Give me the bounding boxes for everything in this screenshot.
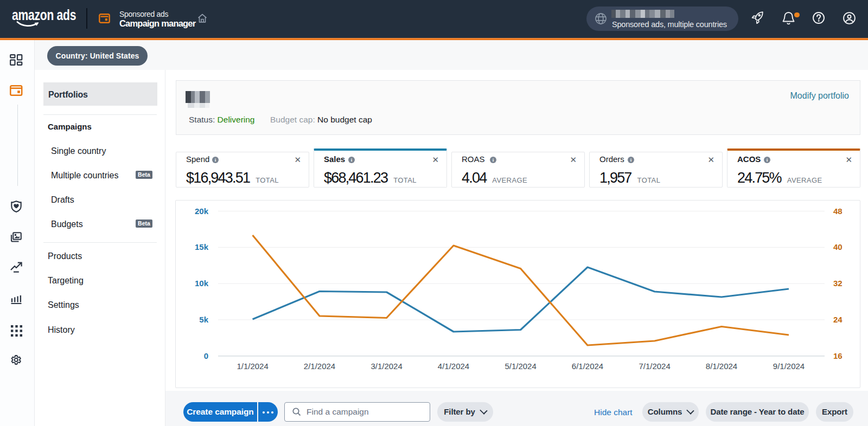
svg-text:20k: 20k <box>195 206 209 216</box>
svg-text:5/1/2024: 5/1/2024 <box>505 362 536 371</box>
svg-text:10k: 10k <box>195 279 209 288</box>
svg-text:40: 40 <box>833 242 843 251</box>
svg-text:3/1/2024: 3/1/2024 <box>371 362 402 371</box>
svg-text:7/1/2024: 7/1/2024 <box>639 362 670 371</box>
svg-text:9/1/2024: 9/1/2024 <box>773 362 805 371</box>
svg-text:4/1/2024: 4/1/2024 <box>438 362 469 371</box>
svg-text:1/1/2024: 1/1/2024 <box>237 362 268 371</box>
svg-text:15k: 15k <box>195 242 209 251</box>
svg-text:6/1/2024: 6/1/2024 <box>572 362 603 371</box>
svg-text:5k: 5k <box>199 315 208 324</box>
svg-text:2/1/2024: 2/1/2024 <box>304 362 335 371</box>
svg-text:16: 16 <box>833 351 843 360</box>
svg-text:8/1/2024: 8/1/2024 <box>706 362 737 371</box>
svg-text:0: 0 <box>204 351 208 360</box>
svg-text:24: 24 <box>833 315 843 324</box>
svg-text:48: 48 <box>833 206 843 216</box>
svg-text:32: 32 <box>833 279 843 288</box>
